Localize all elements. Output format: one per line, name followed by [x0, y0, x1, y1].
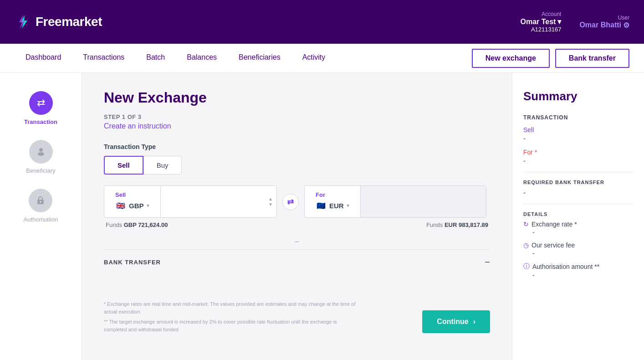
nav-batch[interactable]: Batch	[135, 44, 176, 73]
nav-beneficiaries[interactable]: Beneficiaries	[228, 44, 291, 73]
sell-amount-down-button[interactable]: ▼	[268, 202, 273, 207]
sell-amount-spinners: ▲ ▼	[268, 197, 273, 207]
swap-currencies-button[interactable]	[282, 194, 299, 210]
sell-amount-input[interactable]	[161, 196, 276, 207]
svg-point-5	[40, 201, 41, 203]
authorisation-icon	[29, 189, 52, 212]
summary-panel: Summary TRANSACTION Sell - For * - REQUI…	[512, 73, 644, 360]
for-combined-box: For 🇪🇺 EUR ▾	[304, 185, 486, 218]
sell-amount-up-button[interactable]: ▲	[268, 197, 273, 201]
for-currency-selector[interactable]: 🇪🇺 EUR ▾	[310, 198, 355, 215]
sell-currency-chevron-icon: ▾	[147, 202, 149, 209]
continue-arrow-icon: ›	[473, 318, 475, 326]
logo-icon	[15, 13, 32, 31]
separator-dash: –	[104, 237, 490, 246]
user-label: User	[579, 15, 629, 21]
bank-transfer-title: BANK TRANSFER	[104, 259, 161, 266]
exchange-rate-value: -	[532, 229, 633, 236]
gear-icon[interactable]: ⚙	[623, 21, 629, 30]
nav-links: Dashboard Transactions Batch Balances Be…	[15, 44, 472, 73]
step-subtitle: Create an instruction	[104, 122, 490, 130]
nav-transactions[interactable]: Transactions	[72, 44, 135, 73]
auth-amount-value: -	[532, 272, 633, 279]
summary-title: Summary	[523, 89, 633, 103]
nav-actions: New exchange Bank transfer	[472, 49, 629, 68]
buy-type-button[interactable]: Buy	[143, 156, 182, 175]
nav-dashboard[interactable]: Dashboard	[15, 44, 72, 73]
exchange-row: Sell 🇬🇧 GBP ▾ ▲ ▼	[104, 185, 490, 218]
for-currency-part: For 🇪🇺 EUR ▾	[305, 186, 361, 217]
summary-divider-1	[523, 172, 633, 172]
svg-marker-1	[19, 15, 26, 29]
for-funds-text: Funds EUR 983,817.89	[426, 221, 488, 228]
swap-icon	[286, 197, 295, 206]
user-info: User Omar Bhatti ⚙	[579, 15, 629, 30]
summary-sell-label: Sell	[523, 126, 633, 134]
sidebar-item-beneficiary[interactable]: Beneficiary	[26, 140, 55, 174]
sell-type-button[interactable]: Sell	[104, 156, 143, 175]
info-icon: ⓘ	[523, 262, 530, 271]
sidebar: ⇄ Transaction Beneficiary Authorisation	[0, 73, 82, 360]
auth-amount-row: ⓘ Authorisation amount **	[523, 262, 633, 271]
service-fee-value: -	[532, 250, 633, 257]
sell-currency-part: Sell 🇬🇧 GBP ▾	[104, 186, 161, 217]
sidebar-item-authorisation[interactable]: Authorisation	[24, 189, 58, 223]
auth-amount-label: Authorisation amount **	[532, 263, 599, 270]
sidebar-label-authorisation: Authorisation	[24, 216, 58, 223]
sell-funds-amount: GBP 721,624.00	[124, 221, 168, 228]
logo: Freemarket	[15, 13, 102, 31]
for-amount-part	[361, 186, 486, 217]
main-nav: Dashboard Transactions Batch Balances Be…	[0, 44, 644, 73]
gbp-flag-icon: 🇬🇧	[115, 200, 126, 211]
main-layout: ⇄ Transaction Beneficiary Authorisation	[0, 73, 644, 360]
summary-for-value: -	[523, 157, 633, 165]
main-content: New Exchange STEP 1 OF 3 Create an instr…	[82, 73, 512, 360]
sell-amount-part: ▲ ▼	[161, 186, 276, 217]
footnotes: * Exchange rates are real time and mid-m…	[104, 289, 359, 333]
nav-balances[interactable]: Balances	[176, 44, 228, 73]
eur-flag-icon: 🇪🇺	[316, 200, 327, 211]
exchange-rate-label: Exchange rate *	[532, 221, 577, 228]
sell-combined-box: Sell 🇬🇧 GBP ▾ ▲ ▼	[104, 185, 277, 218]
summary-sell-value: -	[523, 134, 633, 142]
sidebar-label-transaction: Transaction	[24, 118, 57, 125]
sidebar-item-transaction[interactable]: ⇄ Transaction	[24, 91, 57, 125]
sell-currency-selector[interactable]: 🇬🇧 GBP ▾	[110, 198, 155, 215]
summary-required-bank-value: -	[523, 189, 633, 196]
sell-label: Sell	[110, 189, 155, 198]
for-funds-amount: EUR 983,817.89	[445, 221, 488, 228]
footnote-2: ** The target exchange amount is increas…	[104, 318, 359, 333]
summary-details-label: DETAILS	[523, 211, 633, 217]
transaction-icon: ⇄	[29, 91, 53, 115]
bank-transfer-section: BANK TRANSFER −	[104, 249, 490, 271]
sidebar-label-beneficiary: Beneficiary	[26, 167, 55, 174]
page-title: New Exchange	[104, 89, 490, 106]
for-amount-input[interactable]	[361, 196, 486, 207]
exchange-rate-row: ↻ Exchange rate *	[523, 221, 633, 228]
for-currency-code: EUR	[329, 202, 344, 210]
sell-funds-text: Funds GBP 721,624.00	[106, 221, 168, 228]
chevron-down-icon: ▾	[557, 17, 561, 26]
header: Freemarket Account Omar Test ▾ A12113167…	[0, 0, 644, 44]
nav-activity[interactable]: Activity	[291, 44, 337, 73]
header-right: Account Omar Test ▾ A12113167 User Omar …	[520, 11, 629, 33]
summary-for-label: For *	[523, 149, 633, 156]
sell-currency-code: GBP	[129, 202, 144, 210]
account-label: Account	[520, 11, 561, 17]
logo-text: Freemarket	[36, 15, 102, 29]
bank-transfer-collapse-button[interactable]: −	[485, 257, 490, 267]
service-fee-row: ◷ Our service fee	[523, 242, 633, 249]
summary-transaction-label: TRANSACTION	[523, 114, 633, 121]
footnote-1: * Exchange rates are real time and mid-m…	[104, 300, 359, 315]
user-name: Omar Bhatti ⚙	[579, 21, 629, 30]
continue-button[interactable]: Continue ›	[422, 310, 490, 333]
clock-icon: ◷	[523, 242, 529, 249]
new-exchange-button[interactable]: New exchange	[472, 49, 550, 68]
transaction-type-group: Sell Buy	[104, 156, 490, 175]
bank-transfer-button[interactable]: Bank transfer	[555, 49, 629, 68]
funds-row: Funds GBP 721,624.00 Funds EUR 983,817.8…	[104, 221, 490, 228]
transaction-type-label: Transaction Type	[104, 143, 490, 150]
summary-required-bank-label: REQUIRED BANK TRANSFER	[523, 180, 633, 185]
summary-divider-2	[523, 204, 633, 204]
account-name[interactable]: Omar Test ▾	[520, 17, 561, 26]
